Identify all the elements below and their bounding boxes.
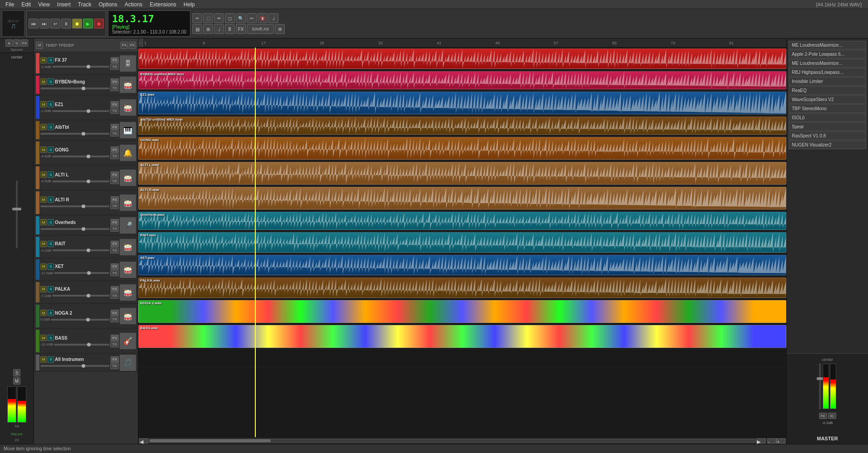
mixer-button[interactable]: 🎚 — [225, 24, 235, 34]
clip-3[interactable]: AlbTbl untitled MIDI item — [138, 117, 786, 135]
track-solo-9[interactable]: S — [48, 263, 54, 270]
track-tr-4[interactable]: TR — [110, 153, 119, 159]
master-fx-button[interactable]: FX — [819, 413, 827, 419]
track-mute-9[interactable]: M — [40, 263, 47, 270]
track-mute-5[interactable]: M — [40, 171, 47, 178]
track-fader-12[interactable] — [54, 344, 109, 346]
track-fx-10[interactable]: FX — [111, 286, 119, 292]
fx-item-10[interactable]: RasSpect V1.0.8 — [789, 132, 866, 140]
scrollbar-track[interactable] — [149, 439, 756, 443]
track-mute-13[interactable]: M — [40, 356, 47, 363]
track-solo-4[interactable]: S — [48, 146, 54, 153]
track-lane-11[interactable]: NOGA 2.wav — [138, 299, 786, 324]
track-fx-9[interactable]: FX — [111, 263, 119, 270]
track-lane-5[interactable]: ALTI L.wav — [138, 161, 786, 186]
track-mute-12[interactable]: M — [40, 335, 47, 341]
menu-edit[interactable]: Edit — [18, 0, 34, 9]
track-solo-12[interactable]: S — [48, 335, 54, 341]
track-solo-3[interactable]: S — [48, 124, 54, 130]
track-lane-1[interactable]: BYBEN untitled MIDI item — [138, 70, 786, 91]
fx-item-5[interactable]: ReaEQ — [789, 86, 866, 95]
menu-track[interactable]: Track — [74, 0, 95, 9]
track-mute-3[interactable]: M — [40, 124, 47, 130]
vst-button[interactable]: V — [13, 39, 20, 47]
fx-item-11[interactable]: NUGEN Visualizer2 — [789, 141, 866, 149]
track-tr-11[interactable]: TR — [110, 317, 119, 322]
track-fader-9[interactable] — [54, 272, 109, 274]
fx-item-1[interactable]: Apple 2-Pole Lowpass 6... — [789, 50, 866, 58]
track-lane-3[interactable]: AlbTbl untitled MIDI item — [138, 116, 786, 136]
track-tr-7[interactable]: TR — [110, 226, 119, 232]
clip-11[interactable]: NOGA 2.wav — [138, 300, 786, 323]
track-solo-10[interactable]: S — [48, 286, 54, 292]
track-fader-10[interactable] — [52, 295, 110, 297]
arrange-area[interactable]: 1 1917253341495765738189 BYBEN untitled … — [138, 39, 786, 444]
track-lane-6[interactable]: ALTI R.wav — [138, 186, 786, 211]
track-lane-7[interactable]: Overheds.wav — [138, 211, 786, 231]
track-solo-6[interactable]: S — [48, 196, 54, 203]
cursor-tool[interactable]: ✂ — [192, 13, 202, 23]
record-button[interactable]: ⏺ — [94, 19, 104, 29]
fx-item-0[interactable]: ME LoudnessMaximize... — [789, 41, 866, 49]
select-tool[interactable]: ⬚ — [203, 13, 213, 23]
track-fader-5[interactable] — [52, 180, 110, 182]
fx-item-2[interactable]: ME LoudnessMaximize... — [789, 59, 866, 68]
fx-item-3[interactable]: RBJ Highpass/Lowpass... — [789, 68, 866, 77]
track-tr-5[interactable]: TR — [110, 178, 119, 184]
track-solo-8[interactable]: S — [48, 241, 54, 247]
clip-8[interactable]: RAIT.wav — [138, 232, 786, 253]
track-fx-5[interactable]: FX — [111, 171, 119, 178]
fx-item-4[interactable]: Invisible Limiter — [789, 77, 866, 86]
track-fader-2[interactable] — [52, 110, 110, 112]
fx-item-9[interactable]: Spear — [789, 122, 866, 131]
track-mute-7[interactable]: M — [40, 219, 47, 225]
track-mute-2[interactable]: M — [40, 101, 47, 107]
fx-slot[interactable]: FX — [21, 39, 28, 47]
menu-options[interactable]: Options — [95, 0, 121, 9]
track-lane-13[interactable] — [138, 349, 786, 367]
clip-10[interactable]: PALKA.wav — [138, 278, 786, 298]
split-tool[interactable]: ✂ — [247, 13, 257, 23]
track-tr-13[interactable]: TR — [110, 363, 119, 369]
track-fader-6[interactable] — [40, 205, 109, 207]
track-lane-8[interactable]: RAIT.wav — [138, 231, 786, 254]
track-tr-9[interactable]: TR — [110, 270, 119, 276]
master-io-button[interactable]: IO — [828, 413, 836, 419]
master-toggle[interactable]: M — [36, 42, 43, 49]
track-solo-5[interactable]: S — [48, 171, 54, 178]
track-fader-8[interactable] — [52, 249, 110, 251]
m-button-left[interactable]: M — [13, 377, 20, 385]
save-as-button[interactable]: SAVE AS — [247, 24, 274, 34]
play-button[interactable]: ▶ — [83, 19, 93, 29]
horizontal-scrollbar[interactable]: ◀ ▶ - + — [138, 437, 786, 444]
track-tr-10[interactable]: TR — [110, 293, 119, 299]
clip-2[interactable]: EZ1.wav — [138, 92, 786, 114]
track-fx-8[interactable]: FX — [111, 241, 119, 247]
menu-file[interactable]: File — [2, 0, 18, 9]
track-mute-8[interactable]: M — [40, 241, 47, 247]
track-fx-3[interactable]: FX — [111, 124, 119, 130]
track-fx-13[interactable]: FX — [111, 356, 119, 363]
track-lane-10[interactable]: PALKA.wav — [138, 277, 786, 299]
track-lane-4[interactable]: GONG.wav — [138, 136, 786, 161]
track-mute-11[interactable]: M — [40, 310, 47, 316]
fx-item-8[interactable]: ISOLö — [789, 113, 866, 122]
track-solo-7[interactable]: S — [48, 219, 54, 225]
track-solo-11[interactable]: S — [48, 310, 54, 316]
track-fader-11[interactable] — [51, 319, 109, 321]
clip-1[interactable]: BYBEN untitled MIDI item — [138, 71, 786, 89]
track-tr-3[interactable]: TR — [110, 131, 119, 136]
pause-button[interactable]: ⏸ — [61, 19, 71, 29]
track-solo-13[interactable]: S — [48, 356, 54, 363]
menu-view[interactable]: View — [34, 0, 54, 9]
track-mute-4[interactable]: M — [40, 146, 47, 153]
track-fader-4[interactable] — [52, 156, 110, 157]
channel-fader[interactable] — [16, 180, 18, 248]
track-tr-2[interactable]: TR — [110, 108, 119, 114]
clip-0[interactable] — [138, 49, 786, 69]
menu-extensions[interactable]: Extensions — [146, 0, 180, 9]
track-mute-10[interactable]: M — [40, 286, 47, 292]
erase-tool[interactable]: ◻ — [225, 13, 235, 23]
track-tr-8[interactable]: TR — [110, 248, 119, 253]
track-fader-7[interactable] — [40, 228, 109, 230]
